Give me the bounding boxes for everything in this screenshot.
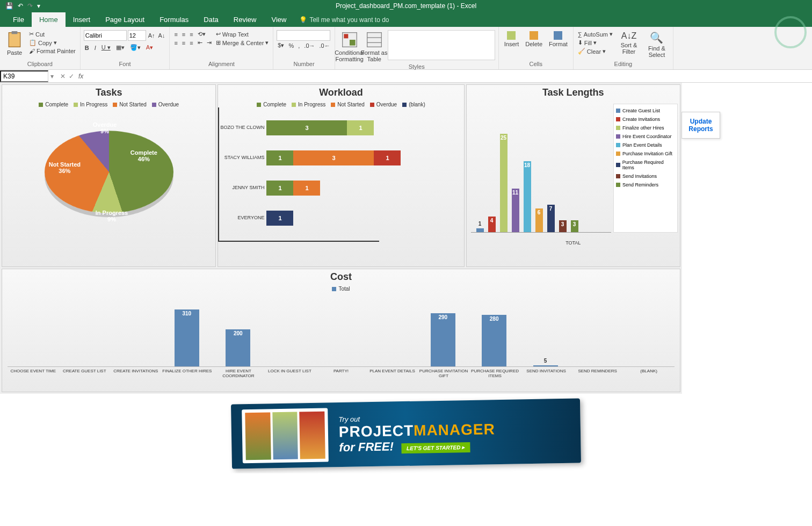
fx-icon[interactable]: fx [78,73,86,80]
dashboard-area: Tasks Complete In Progress Not Started O… [0,83,682,394]
redo-icon[interactable]: ↷ [27,2,33,10]
tab-file[interactable]: File [5,12,32,27]
svg-rect-1 [12,31,18,34]
svg-rect-3 [344,34,348,38]
cost-panel[interactable]: Cost Total 3102002902805 CHOOSE EVENT TI… [2,269,680,392]
align-center-button[interactable]: ≡ [181,39,186,47]
wrap-text-button[interactable]: ↩ Wrap Text [215,30,270,38]
orientation-button[interactable]: ⟲▾ [197,30,207,38]
group-editing: ∑ AutoSum ▾ ⬇ Fill ▾ 🧹 Clear ▾ A↓ZSort &… [574,27,673,69]
task-lengths-panel[interactable]: UpdateReports Task Lengths 142511186733 … [466,84,680,267]
align-top-button[interactable]: ≡ [173,30,178,38]
formula-bar: ▾ ✕ ✓ fx [0,70,812,83]
bold-button[interactable]: B [84,44,90,52]
percent-button[interactable]: % [287,41,295,49]
align-left-button[interactable]: ≡ [173,39,178,47]
insert-cells-button[interactable]: Insert [502,30,521,48]
fill-button[interactable]: ⬇ Fill ▾ [577,39,614,47]
group-alignment: ≡ ≡ ≡ ⟲▾ ≡ ≡ ≡ ⇤ ⇥ ↩ Wrap Text ⊞ Merge &… [170,27,273,69]
formula-input[interactable] [86,71,812,81]
workload-panel[interactable]: Workload Complete In Progress Not Starte… [218,84,464,267]
undo-icon[interactable]: ↶ [18,2,23,10]
cell-styles-gallery[interactable] [388,30,495,60]
merge-center-button[interactable]: ⊞ Merge & Center ▾ [215,39,270,47]
tell-me[interactable]: 💡 Tell me what you want to do [299,16,389,27]
cost-chart: 3102002902805 [8,297,675,367]
align-right-button[interactable]: ≡ [189,39,194,47]
font-size-input[interactable] [128,30,146,41]
cancel-formula-icon[interactable]: ✕ [60,73,66,80]
ad-thumbnail-icon [242,408,329,464]
window-title: Project_dashboard_PM.com_template (1) - … [336,2,476,10]
tasks-pie-chart: Complete46% In Progress9% Not Started36%… [39,118,179,242]
svg-rect-10 [554,31,562,40]
currency-button[interactable]: $▾ [277,41,285,49]
copy-button[interactable]: 📋 Copy ▾ [28,39,77,47]
find-select-button[interactable]: 🔍Find & Select [644,30,670,59]
dec-decimal-button[interactable]: .0← [318,41,331,49]
quick-access-toolbar: 💾 ↶ ↷ ▾ [5,2,40,10]
tab-home[interactable]: Home [32,12,66,27]
tasks-panel[interactable]: Tasks Complete In Progress Not Started O… [2,84,216,267]
tab-page-layout[interactable]: Page Layout [98,12,152,27]
font-color-button[interactable]: A▾ [145,44,154,52]
comma-button[interactable]: , [297,41,301,49]
ribbon-tabs: File Home Insert Page Layout Formulas Da… [0,12,812,27]
name-box-dropdown[interactable]: ▾ [48,73,56,80]
conditional-formatting-button[interactable]: Conditional Formatting [338,30,361,63]
group-clipboard: Paste ✂ Cut 📋 Copy ▾ 🖌 Format Painter Cl… [0,27,81,69]
align-middle-button[interactable]: ≡ [181,30,186,38]
fill-color-button[interactable]: 🪣▾ [129,44,142,52]
inc-decimal-button[interactable]: .0→ [303,41,316,49]
svg-rect-4 [350,40,356,46]
cut-button[interactable]: ✂ Cut [28,30,77,38]
tab-review[interactable]: Review [226,12,264,27]
lets-get-started-button[interactable]: LET'S GET STARTED ▸ [401,442,470,453]
update-reports-button[interactable]: UpdateReports [682,112,720,139]
workload-chart: BOZO THE CLOWN31STACY WILLIAMS131JENNY S… [218,107,463,242]
decrease-font-button[interactable]: A↓ [157,30,166,41]
svg-rect-0 [9,33,20,47]
group-styles: Conditional Formatting Format as Table S… [335,27,499,69]
tab-view[interactable]: View [264,12,294,27]
indent-dec-button[interactable]: ⇤ [197,39,204,47]
delete-cells-button[interactable]: Delete [523,30,545,48]
title-bar: 💾 ↶ ↷ ▾ Project_dashboard_PM.com_templat… [0,0,812,12]
paste-button[interactable]: Paste [3,30,26,57]
font-name-input[interactable] [84,30,127,41]
name-box[interactable] [0,70,48,82]
save-icon[interactable]: 💾 [5,2,13,10]
tab-data[interactable]: Data [196,12,226,27]
task-lengths-legend: Create Guest ListCreate InvitationsFinal… [613,104,678,233]
sort-filter-button[interactable]: A↓ZSort & Filter [616,30,642,56]
qat-dropdown-icon[interactable]: ▾ [37,2,40,10]
tab-insert[interactable]: Insert [66,12,98,27]
group-font: A↑ A↓ B I U ▾ ▦▾ 🪣▾ A▾ Font [81,27,170,69]
border-button[interactable]: ▦▾ [115,44,126,52]
format-painter-button[interactable]: 🖌 Format Painter [28,47,77,55]
format-as-table-button[interactable]: Format as Table [363,30,386,63]
increase-font-button[interactable]: A↑ [147,30,156,41]
underline-button[interactable]: U ▾ [100,44,112,52]
svg-rect-5 [367,33,381,47]
tab-formulas[interactable]: Formulas [152,12,196,27]
clear-button[interactable]: 🧹 Clear ▾ [577,47,614,55]
task-lengths-chart: 142511186733 [471,104,611,233]
enter-formula-icon[interactable]: ✓ [69,73,74,80]
italic-button[interactable]: I [93,44,97,52]
svg-rect-9 [530,31,538,40]
number-format-input[interactable] [277,30,330,41]
align-bottom-button[interactable]: ≡ [189,30,194,38]
group-cells: Insert Delete Format Cells [499,27,574,69]
help-circle-icon [774,16,807,48]
autosum-button[interactable]: ∑ AutoSum ▾ [577,30,614,38]
indent-inc-button[interactable]: ⇥ [206,39,213,47]
group-number: $▾ % , .0→ .0← Number [273,27,335,69]
svg-rect-8 [507,31,516,40]
group-label: Clipboard [3,61,77,68]
projectmanager-ad[interactable]: Try out PROJECTMANAGER for FREE! LET'S G… [231,398,581,469]
format-cells-button[interactable]: Format [547,30,570,48]
ribbon: Paste ✂ Cut 📋 Copy ▾ 🖌 Format Painter Cl… [0,27,812,70]
